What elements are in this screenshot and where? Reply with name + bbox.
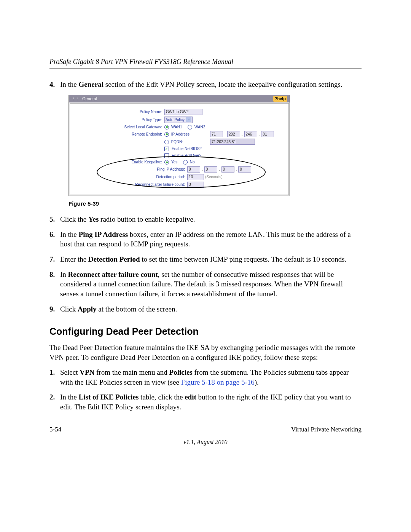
step-number: 8. — [49, 270, 60, 299]
step-item: 1.Select VPN from the main menu and Poli… — [49, 367, 362, 387]
steps-list-a: 4.In the General section of the Edit VPN… — [49, 80, 362, 89]
step-number: 2. — [49, 392, 60, 412]
document-page: ProSafe Gigabit 8 Port VPN Firewall FVS3… — [0, 0, 411, 532]
step-number: 5. — [49, 214, 60, 224]
netbios-checkbox[interactable]: ✓ — [164, 147, 169, 151]
ip-octet-2[interactable]: 202 — [227, 131, 240, 137]
step-number: 9. — [49, 304, 60, 314]
section-intro: The Dead Peer Detection feature maintain… — [49, 343, 362, 362]
running-header: ProSafe Gigabit 8 Port VPN Firewall FVS3… — [49, 57, 362, 69]
step-item: 5.Click the Yes radio button to enable k… — [49, 214, 362, 224]
figure-5-39: ⋮⋮ General ?help Policy Name: GW1 to GW2… — [68, 95, 362, 196]
section-heading: Configuring Dead Peer Detection — [49, 325, 362, 338]
policy-name-input[interactable]: GW1 to GW2 — [164, 109, 202, 115]
step-body: In the General section of the Edit VPN P… — [60, 80, 362, 89]
version-line: v1.1, August 2010 — [49, 438, 362, 446]
step-number: 4. — [49, 80, 60, 89]
chevron-down-icon: ⌄ — [186, 117, 191, 122]
step-item: 7.Enter the Detection Period to set the … — [49, 254, 362, 264]
ip-octet-1[interactable]: 71 — [210, 131, 223, 137]
step-body: In the Ping IP Address boxes, enter an I… — [60, 230, 362, 249]
remote-endpoint-label: Remote Endpoint: — [75, 132, 164, 137]
page-footer: 5-54 Virtual Private Networking — [49, 425, 362, 434]
ip-radio[interactable] — [164, 132, 169, 137]
detection-label: Detection period: — [75, 174, 187, 180]
header-rule — [49, 69, 362, 69]
ping-octet-1[interactable]: 0 — [187, 166, 200, 173]
reconnect-input[interactable]: 3 — [187, 182, 204, 188]
ping-octet-2[interactable]: 0 — [204, 166, 217, 173]
keepalive-label: Enable Keepalive: — [75, 160, 164, 165]
chapter-title: Virtual Private Networking — [291, 425, 362, 434]
select-gateway-label: Select Local Gateway: — [75, 125, 164, 130]
step-body: Click the Yes radio button to enable kee… — [60, 214, 362, 224]
wan2-radio[interactable] — [188, 125, 192, 129]
help-button[interactable]: ?help — [273, 96, 287, 102]
panel-title: General — [82, 96, 97, 102]
panel-header: ⋮⋮ General ?help — [69, 95, 290, 102]
step-number: 6. — [49, 230, 60, 249]
steps-list-b: 5.Click the Yes radio button to enable k… — [49, 214, 362, 314]
page-number: 5-54 — [49, 425, 61, 434]
step-item: 4.In the General section of the Edit VPN… — [49, 80, 362, 89]
footer-rule — [49, 423, 362, 423]
step-number: 1. — [49, 367, 60, 387]
detection-input[interactable]: 10 — [187, 174, 204, 180]
xref-link[interactable]: Figure 5-18 on page 5-16 — [181, 378, 255, 386]
rollover-checkbox[interactable] — [164, 153, 169, 158]
wan1-radio[interactable] — [164, 125, 169, 129]
step-item: 6.In the Ping IP Address boxes, enter an… — [49, 230, 362, 249]
keepalive-yes-radio[interactable] — [164, 160, 169, 165]
fqdn-input[interactable]: 71.202.246.81 — [210, 139, 255, 145]
step-body: In Reconnect after failure count, set th… — [60, 270, 362, 299]
ping-octet-3[interactable]: 0 — [221, 166, 234, 173]
figure-caption: Figure 5-39 — [68, 200, 362, 208]
policy-name-label: Policy Name: — [75, 109, 164, 115]
step-body: In the List of IKE Policies table, click… — [60, 392, 362, 412]
step-item: 9.Click Apply at the bottom of the scree… — [49, 304, 362, 314]
step-body: Select VPN from the main menu and Polici… — [60, 367, 362, 387]
panel-body: Policy Name: GW1 to GW2 Policy Type: Aut… — [70, 103, 289, 195]
keepalive-no-radio[interactable] — [183, 160, 188, 165]
step-number: 7. — [49, 254, 60, 264]
policy-type-select[interactable]: Auto Policy ⌄ — [164, 117, 193, 123]
grip-icon: ⋮⋮ — [71, 96, 80, 102]
step-body: Click Apply at the bottom of the screen. — [60, 304, 362, 314]
policy-type-label: Policy Type: — [75, 117, 164, 123]
ip-octet-3[interactable]: 246 — [244, 131, 257, 137]
steps-list-c: 1.Select VPN from the main menu and Poli… — [49, 367, 362, 412]
ping-octet-4[interactable]: 0 — [238, 166, 251, 173]
ip-octet-4[interactable]: 81 — [261, 131, 274, 137]
ping-label: Ping IP Address: — [75, 167, 187, 172]
step-item: 2.In the List of IKE Policies table, cli… — [49, 392, 362, 412]
step-body: Enter the Detection Period to set the ti… — [60, 254, 362, 264]
fqdn-radio[interactable] — [164, 140, 169, 144]
general-panel: ⋮⋮ General ?help Policy Name: GW1 to GW2… — [68, 95, 290, 196]
reconnect-label: Reconnect after failure count: — [75, 182, 187, 187]
step-item: 8.In Reconnect after failure count, set … — [49, 270, 362, 299]
